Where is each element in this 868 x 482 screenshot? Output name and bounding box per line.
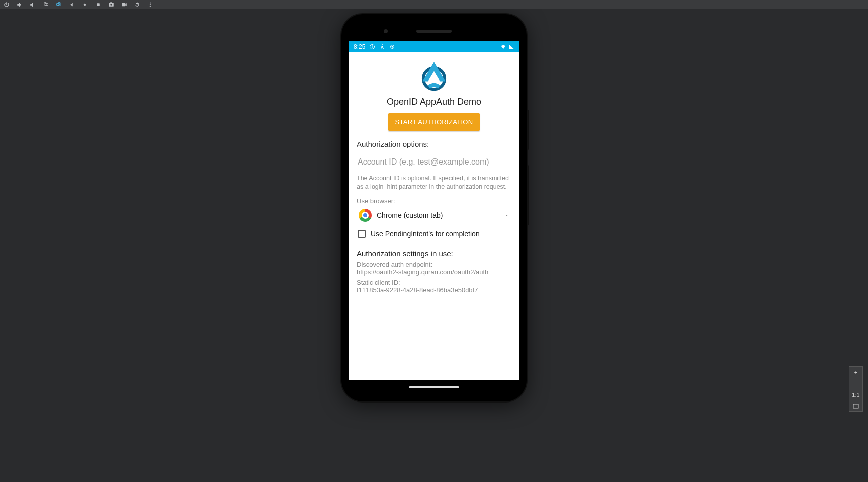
wifi-icon: [500, 44, 506, 50]
client-id-label: Static client ID:: [357, 279, 511, 286]
device-side-button: [527, 110, 529, 150]
account-id-helper: The Account ID is optional. If specified…: [357, 174, 511, 191]
use-browser-label: Use browser:: [357, 197, 511, 205]
app-logo: [417, 59, 451, 93]
authorization-settings-label: Authorization settings in use:: [357, 249, 511, 258]
svg-rect-5: [97, 4, 100, 6]
circle-icon: [389, 44, 395, 50]
svg-point-4: [84, 4, 86, 6]
zoom-panel: + − 1:1: [849, 366, 863, 412]
svg-rect-10: [372, 46, 373, 48]
status-time: 8:25: [354, 43, 365, 50]
svg-rect-3: [57, 4, 60, 6]
zoom-out-button[interactable]: −: [849, 378, 862, 389]
app-content: OpenID AppAuth Demo START AUTHORIZATION …: [349, 52, 519, 380]
svg-point-8: [150, 6, 151, 7]
authorization-options-label: Authorization options:: [357, 140, 511, 148]
status-bar: 8:25: [349, 41, 519, 52]
svg-point-7: [150, 4, 151, 5]
zoom-in-button[interactable]: +: [849, 367, 862, 378]
pending-intent-checkbox[interactable]: Use PendingIntent's for completion: [357, 226, 511, 241]
home-icon[interactable]: [81, 1, 89, 8]
back-icon[interactable]: [68, 1, 75, 8]
device-nav-bar[interactable]: [349, 380, 519, 394]
record-icon[interactable]: [121, 1, 128, 8]
zoom-reset-button[interactable]: 1:1: [849, 389, 862, 400]
volume-down-icon[interactable]: [29, 1, 36, 8]
endpoint-label: Discovered auth endpoint:: [357, 261, 511, 268]
emulator-workspace: 8:25: [0, 9, 868, 482]
more-icon[interactable]: [147, 1, 154, 8]
device-frame: 8:25: [341, 14, 527, 401]
browser-dropdown-value: Chrome (custom tab): [377, 211, 443, 219]
endpoint-value: https://oauth2-staging.quran.com/oauth2/…: [357, 268, 511, 276]
power-icon[interactable]: [3, 1, 10, 8]
start-authorization-button[interactable]: START AUTHORIZATION: [388, 113, 480, 131]
browser-dropdown[interactable]: Chrome (custom tab): [357, 205, 511, 226]
reload-icon[interactable]: [134, 1, 141, 8]
rotate-right-icon[interactable]: [55, 1, 62, 8]
svg-point-12: [382, 44, 383, 45]
volume-up-icon[interactable]: [16, 1, 23, 8]
zoom-fit-button[interactable]: [849, 400, 862, 411]
svg-rect-11: [372, 45, 373, 46]
device-screen: 8:25: [349, 41, 519, 380]
svg-point-14: [392, 46, 393, 48]
signal-icon: [508, 44, 514, 50]
svg-rect-16: [853, 404, 858, 408]
accessibility-icon: [379, 44, 385, 50]
chevron-down-icon: [504, 211, 509, 219]
device-side-button: [527, 165, 529, 225]
screenshot-icon[interactable]: [108, 1, 115, 8]
rotate-left-icon[interactable]: [42, 1, 49, 8]
svg-point-6: [150, 3, 151, 4]
account-id-input[interactable]: [357, 154, 511, 170]
client-id-value: f111853a-9228-4a28-8ead-86ba3e50dbf7: [357, 286, 511, 294]
device-notch: [349, 21, 519, 41]
checkbox-icon: [358, 230, 366, 238]
pending-intent-label: Use PendingIntent's for completion: [371, 230, 480, 238]
info-icon: [369, 44, 375, 50]
emulator-toolbar: [0, 0, 868, 9]
overview-icon[interactable]: [95, 1, 102, 8]
chrome-icon: [359, 209, 372, 222]
app-title: OpenID AppAuth Demo: [387, 97, 481, 107]
svg-rect-1: [45, 4, 48, 6]
